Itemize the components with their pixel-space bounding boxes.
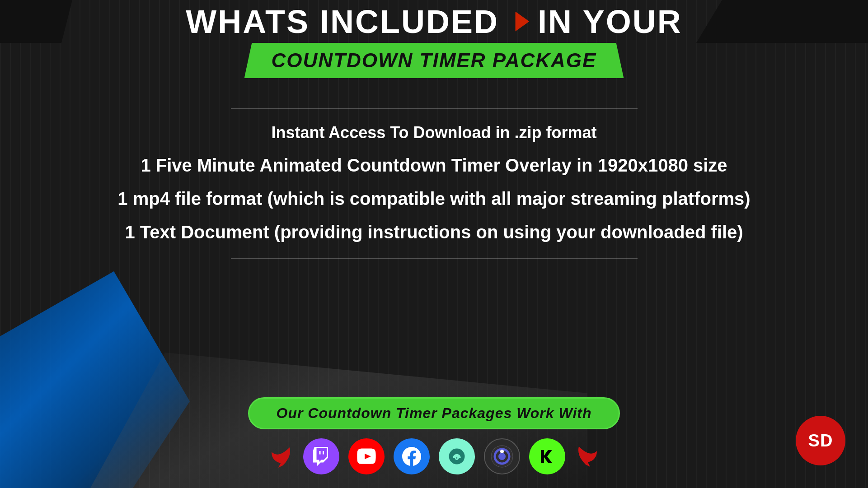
page-content: WHATS INCLUDED IN YOUR COUNTDOWN TIMER P…	[0, 0, 868, 488]
feature-1: Instant Access To Download in .zip forma…	[271, 122, 596, 144]
arrow-right-icon	[574, 442, 601, 471]
arrow-left-icon	[267, 443, 294, 470]
platform-obs	[484, 438, 520, 474]
platform-facebook	[394, 438, 430, 474]
header-bracket-left	[0, 0, 72, 43]
countdown-banner-text: COUNTDOWN TIMER PACKAGE	[272, 49, 597, 71]
platform-icons-row	[267, 438, 601, 474]
platform-streamlabs	[439, 438, 475, 474]
works-with-banner: Our Countdown Timer Packages Work With	[248, 397, 620, 429]
header-in-your: IN YOUR	[538, 3, 682, 40]
header-title: WHATS INCLUDED IN YOUR	[177, 3, 691, 40]
platform-twitch	[303, 438, 339, 474]
works-with-text: Our Countdown Timer Packages Work With	[277, 405, 592, 421]
header-bracket-right	[696, 0, 868, 43]
countdown-banner: COUNTDOWN TIMER PACKAGE	[244, 43, 624, 78]
header-whats-included: WHATS INCLUDED	[186, 3, 499, 40]
feature-3: 1 mp4 file format (which is compatible w…	[117, 187, 750, 210]
platform-kick	[529, 438, 565, 474]
sd-badge-text: SD	[808, 431, 833, 451]
feature-4: 1 Text Document (providing instructions …	[125, 220, 743, 244]
svg-point-5	[500, 450, 504, 453]
platform-youtube	[348, 438, 385, 474]
play-icon	[512, 12, 532, 32]
sd-badge: SD	[796, 416, 845, 465]
bottom-section: Our Countdown Timer Packages Work With	[0, 397, 868, 474]
divider-top	[231, 108, 638, 109]
divider-bottom	[231, 258, 638, 259]
feature-2: 1 Five Minute Animated Countdown Timer O…	[141, 153, 727, 177]
header-section: WHATS INCLUDED IN YOUR	[0, 0, 868, 43]
svg-point-4	[498, 453, 506, 460]
